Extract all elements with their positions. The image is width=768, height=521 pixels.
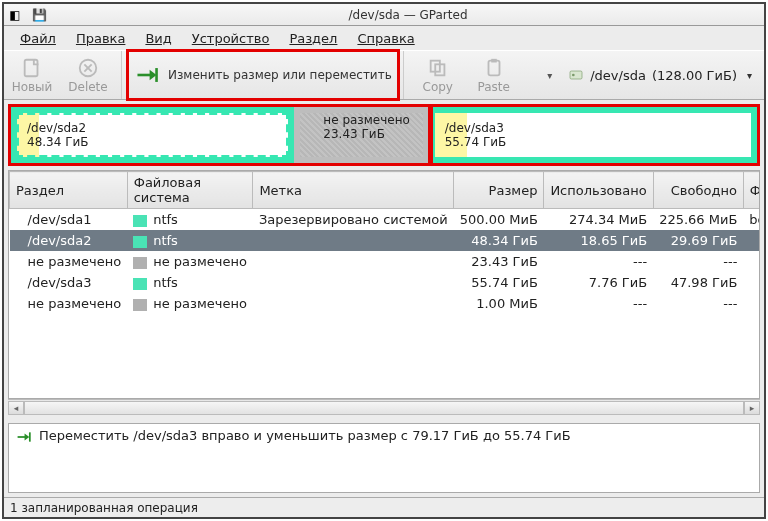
copy-button[interactable]: Copy [410,51,466,99]
menu-view[interactable]: Вид [137,29,179,48]
cell-size: 500.00 МиБ [454,209,544,231]
menubar: Файл Правка Вид Устройство Раздел Справк… [4,26,764,50]
resize-icon [134,64,160,86]
col-partition[interactable]: Раздел [10,172,128,209]
titlebar: ◧ 💾 /dev/sda — GParted [4,4,764,26]
cell-flags [743,251,760,272]
cell-partition: /dev/sda3 [10,272,128,293]
cell-partition: /dev/sda2 [10,230,128,251]
paste-button[interactable]: Paste [466,51,522,99]
table-row[interactable]: /dev/sda2ntfs48.34 ГиБ18.65 ГиБ29.69 ГиБ [10,230,761,251]
cell-free: 47.98 ГиБ [653,272,743,293]
menu-edit[interactable]: Правка [68,29,133,48]
toolbar-separator [116,51,122,99]
toolbar-separator [398,51,404,99]
disk-map[interactable]: /dev/sda2 48.34 ГиБ не размечено 23.43 Г… [10,106,758,164]
resize-move-button[interactable]: Изменить размер или переместить [128,51,398,99]
cell-flags [743,272,760,293]
cell-size: 48.34 ГиБ [454,230,544,251]
cell-fs: не размечено [127,251,253,272]
app-icon: ◧ [8,8,22,22]
fs-swatch [133,215,147,227]
svg-rect-9 [570,71,582,79]
cell-used: 7.76 ГиБ [544,272,653,293]
new-icon [21,57,43,79]
fs-swatch [133,257,147,269]
table-row[interactable]: /dev/sda1ntfsЗарезервировано системой500… [10,209,761,231]
cell-fs: ntfs [127,209,253,231]
cell-used: --- [544,251,653,272]
menu-device[interactable]: Устройство [184,29,278,48]
cell-size: 55.74 ГиБ [454,272,544,293]
cell-label: Зарезервировано системой [253,209,454,231]
svg-point-10 [572,74,575,77]
cell-used: 18.65 ГиБ [544,230,653,251]
col-free[interactable]: Свободно [653,172,743,209]
fs-swatch [133,236,147,248]
statusbar: 1 запланированная операция [4,497,764,517]
cell-used: --- [544,293,653,314]
disk-icon: 💾 [32,8,46,22]
col-fs[interactable]: Файловая система [127,172,253,209]
cell-flags [743,230,760,251]
col-used[interactable]: Использовано [544,172,653,209]
new-button[interactable]: Новый [4,51,60,99]
status-text: 1 запланированная операция [10,501,198,515]
cell-partition: не размечено [10,251,128,272]
device-picker[interactable]: /dev/sda (128.00 ГиБ) ▾ [560,51,764,99]
paste-icon [483,57,505,79]
cell-label [253,251,454,272]
cell-free: 29.69 ГиБ [653,230,743,251]
cell-size: 23.43 ГиБ [454,251,544,272]
partition-unallocated[interactable]: не размечено 23.43 ГиБ [294,107,428,163]
menu-partition[interactable]: Раздел [281,29,345,48]
partition-sda2[interactable]: /dev/sda2 48.34 ГиБ [11,107,294,163]
dropdown-arrow-icon[interactable]: ▾ [547,70,560,81]
app-window: ◧ 💾 /dev/sda — GParted Файл Правка Вид У… [2,2,766,519]
cell-flags: boot [743,209,760,231]
cell-used: 274.34 МиБ [544,209,653,231]
cell-free: 225.66 МиБ [653,209,743,231]
pending-op-text: Переместить /dev/sda3 вправо и уменьшить… [39,428,571,443]
cell-label [253,272,454,293]
table-row[interactable]: не размеченоне размечено1.00 МиБ------ [10,293,761,314]
partition-sda3[interactable]: /dev/sda3 55.74 ГиБ [429,107,757,163]
svg-rect-8 [491,58,497,62]
svg-rect-0 [25,59,38,76]
cell-free: --- [653,251,743,272]
cell-partition: /dev/sda1 [10,209,128,231]
col-flags[interactable]: Флаги [743,172,760,209]
cell-fs: ntfs [127,272,253,293]
partition-table: Раздел Файловая система Метка Размер Исп… [8,170,760,399]
fs-swatch [133,278,147,290]
window-title: /dev/sda — GParted [52,8,764,22]
menu-help[interactable]: Справка [349,29,422,48]
cell-label [253,293,454,314]
svg-rect-7 [488,60,499,75]
copy-icon [427,57,449,79]
pending-operations[interactable]: Переместить /dev/sda3 вправо и уменьшить… [8,423,760,493]
scroll-right-button[interactable]: ▸ [744,401,760,415]
cell-fs: ntfs [127,230,253,251]
fs-swatch [133,299,147,311]
scroll-left-button[interactable]: ◂ [8,401,24,415]
chevron-down-icon: ▾ [743,70,756,81]
col-size[interactable]: Размер [454,172,544,209]
table-header-row: Раздел Файловая система Метка Размер Исп… [10,172,761,209]
table-row[interactable]: /dev/sda3ntfs55.74 ГиБ7.76 ГиБ47.98 ГиБ [10,272,761,293]
hdd-icon [568,67,584,83]
device-path: /dev/sda [590,68,646,83]
table-row[interactable]: не размеченоне размечено23.43 ГиБ------ [10,251,761,272]
delete-icon [77,57,99,79]
cell-fs: не размечено [127,293,253,314]
cell-partition: не размечено [10,293,128,314]
scroll-track[interactable] [24,401,744,415]
table-hscrollbar[interactable]: ◂ ▸ [8,399,760,415]
cell-free: --- [653,293,743,314]
cell-size: 1.00 МиБ [454,293,544,314]
cell-label [253,230,454,251]
col-label[interactable]: Метка [253,172,454,209]
menu-file[interactable]: Файл [12,29,64,48]
device-size: (128.00 ГиБ) [652,68,737,83]
delete-button[interactable]: Delete [60,51,116,99]
